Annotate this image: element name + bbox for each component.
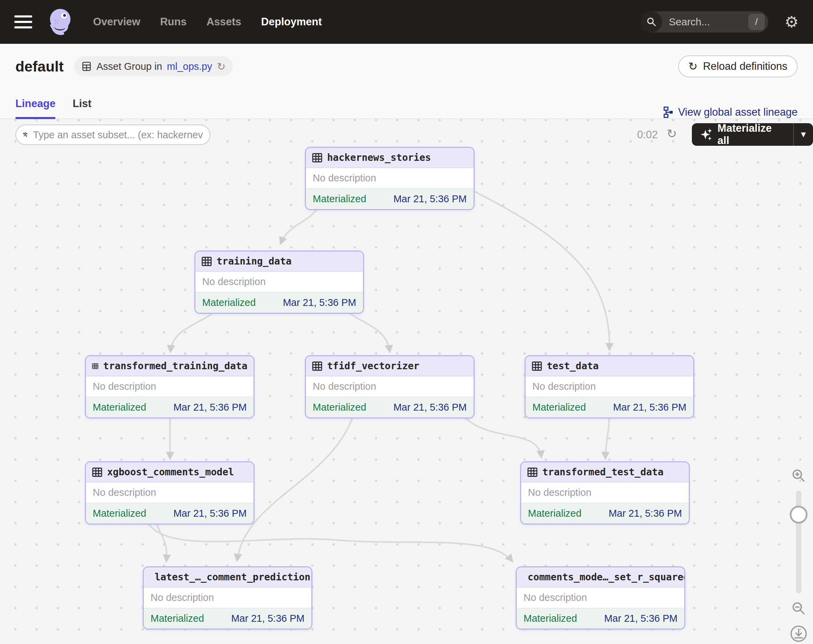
nav-item-overview[interactable]: Overview xyxy=(93,16,140,28)
asset-node-tfidf_vectorizer[interactable]: tfidf_vectorizer No description Material… xyxy=(305,355,475,419)
refresh-timer: 0:02 xyxy=(637,129,658,141)
download-icon[interactable] xyxy=(790,625,807,642)
view-global-asset-lineage-link[interactable]: View global asset lineage xyxy=(663,106,798,118)
primary-nav: OverviewRunsAssetsDeployment xyxy=(93,16,322,28)
reload-icon: ↻ xyxy=(689,60,698,73)
asset-node-status: Materialized xyxy=(93,508,146,519)
app-root: OverviewRunsAssetsDeployment Search... /… xyxy=(0,0,813,644)
zoom-controls xyxy=(788,468,810,642)
table-icon xyxy=(532,361,542,371)
zoom-slider[interactable] xyxy=(796,491,801,593)
edge-hackernews_stories-to-training_data xyxy=(281,204,320,244)
asset-node-status: Materialized xyxy=(532,402,586,413)
nav-item-runs[interactable]: Runs xyxy=(160,16,187,28)
asset-node-xgboost_comments_model[interactable]: xgboost_comments_model No description Ma… xyxy=(85,461,255,524)
table-icon xyxy=(312,361,322,371)
page-header: default Asset Group in ml_ops.py ↻ ↻ Rel… xyxy=(0,44,813,89)
table-icon xyxy=(527,467,538,477)
edge-training_data-to-tfidf_vectorizer xyxy=(342,308,390,352)
page-title: default xyxy=(15,58,64,75)
asset-node-label: xgboost_comments_model xyxy=(107,466,234,478)
asset-node-timestamp[interactable]: Mar 21, 5:36 PM xyxy=(394,193,467,205)
zoom-out-icon[interactable] xyxy=(791,601,806,616)
top-nav: OverviewRunsAssetsDeployment Search... /… xyxy=(0,0,813,44)
asset-node-hackernews_stories[interactable]: hackernews_stories No description Materi… xyxy=(305,147,475,210)
tab-list[interactable]: List xyxy=(72,89,91,118)
asset-node-transformed_training_data[interactable]: transformed_training_data No description… xyxy=(85,355,255,419)
lineage-graph-icon xyxy=(663,106,673,118)
search-placeholder: Search... xyxy=(669,16,748,28)
reload-definitions-button[interactable]: ↻ Reload definitions xyxy=(678,55,798,77)
asset-node-status: Materialized xyxy=(313,193,366,205)
gear-icon[interactable]: ⚙ xyxy=(785,14,799,30)
reload-icon[interactable]: ↻ xyxy=(217,61,225,72)
tab-lineage[interactable]: Lineage xyxy=(15,89,55,118)
asset-node-latest_comment_predictions[interactable]: latest_…_comment_predictions No descript… xyxy=(143,566,312,630)
asset-node-description: No description xyxy=(86,483,253,503)
asset-node-description: No description xyxy=(517,587,684,608)
asset-node-description: No description xyxy=(521,483,689,503)
zoom-slider-knob[interactable] xyxy=(790,506,807,524)
asset-node-timestamp[interactable]: Mar 21, 5:36 PM xyxy=(283,297,356,308)
asset-node-transformed_test_data[interactable]: transformed_test_data No description Mat… xyxy=(520,461,690,524)
asset-node-status: Materialized xyxy=(202,297,256,308)
search-input[interactable]: Search... / xyxy=(641,11,768,32)
table-icon xyxy=(92,361,98,371)
dagster-octopus-logo[interactable] xyxy=(46,8,73,36)
asset-node-description: No description xyxy=(526,376,693,397)
nav-item-assets[interactable]: Assets xyxy=(206,16,241,28)
asset-subset-input[interactable]: Type an asset subset... (ex: hackernev xyxy=(15,124,210,145)
table-icon xyxy=(92,467,102,477)
asset-node-test_data[interactable]: test_data No description Materialized Ma… xyxy=(525,355,694,419)
asset-node-timestamp[interactable]: Mar 21, 5:36 PM xyxy=(173,402,247,413)
table-icon xyxy=(201,256,212,267)
asset-node-comments_model_test_set_r_squared[interactable]: comments_mode…_set_r_squared No descript… xyxy=(515,566,686,630)
asset-node-timestamp[interactable]: Mar 21, 5:36 PM xyxy=(394,402,467,413)
asset-node-label: tfidf_vectorizer xyxy=(327,360,419,372)
asset-node-label: training_data xyxy=(216,256,291,267)
tabs-row: LineageList View global asset lineage xyxy=(0,89,813,119)
asset-node-status: Materialized xyxy=(528,508,581,519)
zoom-in-icon[interactable] xyxy=(791,468,806,483)
asset-node-status: Materialized xyxy=(313,402,366,413)
edge-test_data-to-transformed_test_data xyxy=(605,412,609,458)
asset-node-timestamp[interactable]: Mar 21, 5:36 PM xyxy=(609,508,682,519)
search-shortcut-badge: / xyxy=(748,14,765,30)
menu-icon[interactable] xyxy=(14,15,32,28)
asset-group-icon xyxy=(81,61,92,72)
asset-node-label: test_data xyxy=(547,360,599,372)
edge-training_data-to-transformed_training_data xyxy=(170,308,219,352)
edge-tfidf_vectorizer-to-latest_comment_predictions xyxy=(237,412,354,561)
asset-node-timestamp[interactable]: Mar 21, 5:36 PM xyxy=(173,508,247,519)
chevron-down-icon[interactable]: ▼ xyxy=(794,123,813,146)
asset-node-label: latest_…_comment_predictions xyxy=(155,572,312,583)
table-icon xyxy=(312,153,322,163)
asset-node-description: No description xyxy=(306,168,474,188)
asset-node-description: No description xyxy=(306,376,474,397)
asset-group-file-link[interactable]: ml_ops.py xyxy=(167,61,212,72)
search-icon xyxy=(641,11,662,32)
lineage-canvas[interactable]: Type an asset subset... (ex: hackernev 0… xyxy=(0,119,813,644)
asset-node-training_data[interactable]: training_data No description Materialize… xyxy=(194,250,364,314)
asset-node-description: No description xyxy=(144,587,311,608)
asset-node-description: No description xyxy=(195,272,363,292)
asset-node-timestamp[interactable]: Mar 21, 5:36 PM xyxy=(604,613,678,624)
op-selector-icon xyxy=(23,129,28,141)
edge-tfidf_vectorizer-to-transformed_test_data xyxy=(462,415,541,457)
asset-node-label: hackernews_stories xyxy=(327,152,431,163)
nav-item-deployment[interactable]: Deployment xyxy=(261,16,322,28)
asset-subset-placeholder: Type an asset subset... (ex: hackernev xyxy=(33,129,203,141)
asset-group-text: Asset Group in xyxy=(97,61,162,72)
sparkles-icon xyxy=(701,128,713,141)
asset-node-status: Materialized xyxy=(93,402,146,413)
asset-node-status: Materialized xyxy=(150,613,204,624)
refresh-icon[interactable]: ↻ xyxy=(667,127,677,141)
asset-group-chip: Asset Group in ml_ops.py ↻ xyxy=(74,57,233,76)
asset-node-label: comments_mode…_set_r_squared xyxy=(528,572,686,583)
asset-node-timestamp[interactable]: Mar 21, 5:36 PM xyxy=(613,402,686,413)
asset-node-label: transformed_training_data xyxy=(103,360,247,372)
asset-node-description: No description xyxy=(86,376,253,397)
materialize-all-button[interactable]: Materialize all ▼ xyxy=(692,123,813,146)
asset-node-timestamp[interactable]: Mar 21, 5:36 PM xyxy=(231,613,305,624)
edge-hackernews_stories-to-test_data xyxy=(475,192,609,350)
